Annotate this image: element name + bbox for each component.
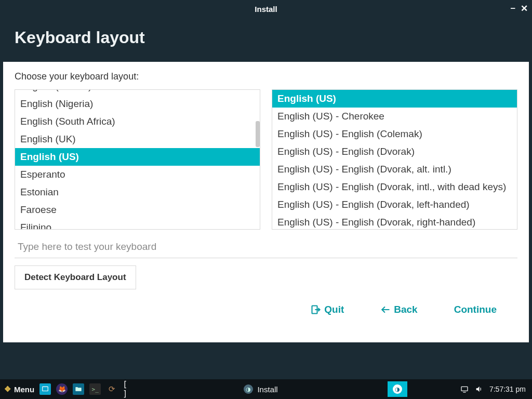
- back-button[interactable]: Back: [380, 304, 417, 315]
- menu-button[interactable]: ❖ Menu: [4, 384, 34, 394]
- titlebar: Install – ✕: [0, 0, 532, 18]
- content-area: Choose your keyboard layout: English (Gh…: [3, 62, 529, 342]
- updater-icon[interactable]: ⟳: [106, 383, 117, 395]
- layout-listbox[interactable]: English (Ghana) English (Nigeria) Englis…: [15, 89, 260, 230]
- install-app-icon: ◑: [393, 384, 402, 394]
- layout-item[interactable]: English (Nigeria): [15, 95, 260, 113]
- continue-button[interactable]: Continue: [454, 304, 497, 315]
- task-install-active[interactable]: ◑: [388, 381, 407, 397]
- variant-item[interactable]: English (US) - English (Dvorak, right-ha…: [272, 214, 517, 230]
- layout-item-selected[interactable]: English (US): [15, 148, 260, 166]
- layout-item[interactable]: Faroese: [15, 201, 260, 219]
- keyboard-test-input[interactable]: [15, 237, 517, 258]
- network-icon[interactable]: [460, 385, 469, 393]
- layout-item[interactable]: English (South Africa): [15, 113, 260, 130]
- layout-item[interactable]: Esperanto: [15, 166, 260, 183]
- firefox-icon[interactable]: 🦊: [56, 383, 68, 395]
- variant-item-selected[interactable]: English (US): [272, 90, 517, 108]
- continue-label: Continue: [454, 304, 497, 315]
- variant-item[interactable]: English (US) - English (Dvorak, alt. int…: [272, 161, 517, 178]
- window-controls: – ✕: [511, 3, 528, 14]
- action-bar: Quit Back Continue: [15, 297, 517, 315]
- volume-icon[interactable]: [475, 385, 483, 393]
- layout-item[interactable]: English (Ghana): [15, 89, 260, 95]
- detect-keyboard-button[interactable]: Detect Keyboard Layout: [15, 265, 136, 289]
- variant-listbox[interactable]: English (US) English (US) - Cherokee Eng…: [272, 89, 517, 230]
- svg-rect-2: [461, 387, 468, 391]
- variant-item[interactable]: English (US) - Cherokee: [272, 108, 517, 125]
- clock[interactable]: 7:57:31 pm: [489, 385, 526, 393]
- menu-icon: ❖: [4, 384, 11, 394]
- installer-window: Install – ✕ Keyboard layout Choose your …: [0, 0, 532, 379]
- layout-item[interactable]: English (UK): [15, 130, 260, 148]
- window-title: Install: [255, 5, 277, 14]
- close-button[interactable]: ✕: [521, 3, 528, 14]
- page-title: Keyboard layout: [15, 28, 517, 47]
- arrow-left-icon: [380, 304, 391, 315]
- variant-item[interactable]: English (US) - English (Dvorak): [272, 143, 517, 161]
- taskbar-center: ◑ Install: [134, 382, 388, 396]
- scrollbar-thumb[interactable]: [256, 121, 260, 147]
- prompt-label: Choose your keyboard layout:: [15, 71, 517, 82]
- variant-item[interactable]: English (US) - English (Dvorak, intl., w…: [272, 178, 517, 196]
- layout-lists: English (Ghana) English (Nigeria) Englis…: [15, 89, 517, 230]
- workspace-switcher[interactable]: [ ]: [123, 383, 134, 395]
- show-desktop-icon[interactable]: [39, 383, 51, 395]
- menu-label: Menu: [14, 385, 34, 394]
- svg-rect-1: [43, 387, 48, 391]
- header: Keyboard layout: [0, 18, 532, 62]
- variant-item[interactable]: English (US) - English (Colemak): [272, 125, 517, 143]
- variant-item[interactable]: English (US) - English (Dvorak, left-han…: [272, 196, 517, 214]
- layout-item[interactable]: Filipino: [15, 219, 260, 230]
- taskbar-right: 7:57:31 pm: [460, 385, 532, 393]
- task-label: Install: [257, 385, 277, 394]
- terminal-icon[interactable]: >_: [89, 383, 101, 395]
- taskbar: ❖ Menu 🦊 >_ ⟳ [ ] ◑ Install ◑ 7:57:31 pm: [0, 379, 532, 399]
- file-manager-icon[interactable]: [73, 383, 84, 395]
- exit-icon: [311, 304, 321, 315]
- task-install[interactable]: ◑ Install: [238, 382, 283, 396]
- back-label: Back: [394, 304, 417, 315]
- quit-label: Quit: [324, 304, 344, 315]
- layout-item[interactable]: Estonian: [15, 183, 260, 201]
- minimize-button[interactable]: –: [511, 3, 515, 14]
- taskbar-left: ❖ Menu 🦊 >_ ⟳ [ ]: [0, 383, 134, 395]
- quit-button[interactable]: Quit: [311, 304, 344, 315]
- install-app-icon: ◑: [244, 384, 253, 394]
